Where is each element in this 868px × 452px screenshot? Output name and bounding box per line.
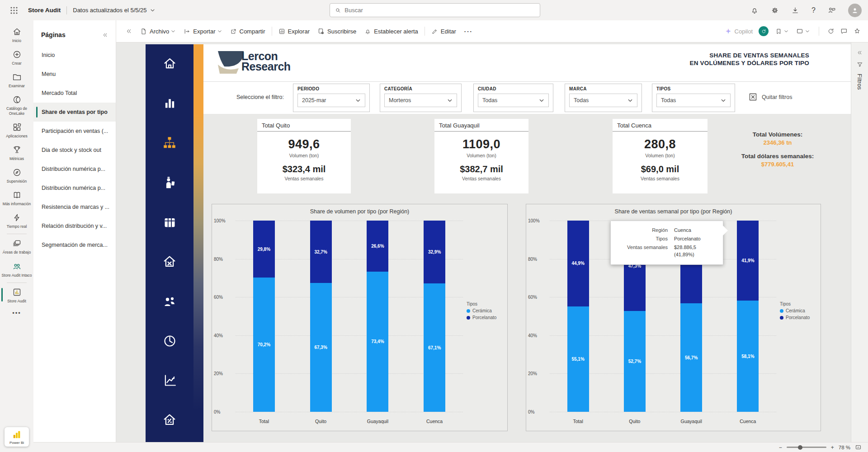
export-menu[interactable]: Exportar xyxy=(179,28,226,35)
subscribe-button[interactable]: Suscribirse xyxy=(314,28,360,35)
legend-item-porcelanato[interactable]: Porcelanato xyxy=(467,315,502,320)
bar-segment-total-cerámica[interactable]: 55,1% xyxy=(567,306,589,412)
bar-segment-cuenca-cerámica[interactable]: 58,1% xyxy=(737,301,759,412)
filter-categoria-dropdown[interactable]: Morteros xyxy=(384,94,457,107)
sidebar-item-aplicaciones[interactable]: Aplicaciones xyxy=(0,119,33,142)
file-menu[interactable]: Archivo xyxy=(136,28,179,35)
page-item-inicio[interactable]: Inicio xyxy=(33,46,116,65)
nav-gauge-icon[interactable] xyxy=(162,334,177,348)
kpi-card-quito[interactable]: Total Quito 949,6 Volumen (ton) $323,4 m… xyxy=(257,119,351,193)
filter-marca-dropdown[interactable]: Todas xyxy=(569,94,637,107)
zoom-slider-handle[interactable] xyxy=(798,445,802,450)
favorite-star-icon[interactable] xyxy=(854,28,861,35)
nav-workers-icon[interactable] xyxy=(162,294,177,309)
page-item-mercado-total[interactable]: Mercado Total xyxy=(33,84,116,103)
waffle-menu-icon[interactable] xyxy=(10,6,18,14)
fit-to-page-icon[interactable] xyxy=(855,444,862,451)
user-avatar[interactable] xyxy=(848,4,862,17)
explore-button[interactable]: Explorar xyxy=(274,28,314,35)
sidebar-item-areas-de-trabajo[interactable]: Áreas de trabajo xyxy=(0,235,33,258)
sidebar-item-store-audit-intaco[interactable]: Store Audit Intaco xyxy=(0,259,33,281)
collapse-panel-icon[interactable] xyxy=(102,32,108,38)
expand-filters-icon[interactable] xyxy=(857,50,863,56)
settings-gear-icon[interactable] xyxy=(771,6,779,14)
nav-home-icon[interactable] xyxy=(162,56,177,71)
view-menu[interactable] xyxy=(795,28,811,35)
page-item-distribucion-numerica-1[interactable]: Distribución numérica p... xyxy=(33,160,116,179)
bookmarks-menu[interactable] xyxy=(774,28,789,35)
more-options-icon[interactable]: ··· xyxy=(460,28,477,35)
funnel-icon[interactable] xyxy=(857,61,863,68)
nav-house-percent-icon[interactable] xyxy=(162,412,177,428)
nav-surveyor-icon[interactable] xyxy=(162,175,177,191)
share-button[interactable]: Compartir xyxy=(226,28,269,35)
dataset-status-label: Datos actualizados el 5/5/25 xyxy=(73,7,146,14)
notifications-icon[interactable] xyxy=(750,6,759,14)
download-icon[interactable] xyxy=(791,6,799,14)
bar-segment-quito-cerámica[interactable]: 67,3% xyxy=(310,283,332,412)
refresh-visuals-button[interactable] xyxy=(759,26,769,36)
sidebar-item-examinar[interactable]: Examinar xyxy=(0,69,33,92)
feedback-icon[interactable] xyxy=(828,6,836,14)
nav-hierarchy-icon[interactable] xyxy=(161,135,178,151)
page-item-resistencia-de-marcas[interactable]: Resistencia de marcas y ... xyxy=(33,198,116,217)
set-alert-button[interactable]: Establecer alerta xyxy=(360,28,422,35)
export-icon xyxy=(184,28,190,35)
app-title[interactable]: Store Audit xyxy=(28,7,61,14)
filter-tipos-dropdown[interactable]: Todas xyxy=(656,94,731,107)
dataset-status-dropdown[interactable]: Datos actualizados el 5/5/25 xyxy=(73,7,155,14)
nav-house-tools-icon[interactable] xyxy=(162,254,177,269)
nav-table-icon[interactable] xyxy=(162,215,177,230)
power-bi-app-card[interactable]: Power Bi xyxy=(5,427,29,447)
sidebar-item-mas-informacion[interactable]: Más información xyxy=(0,187,33,210)
edit-button[interactable]: Editar xyxy=(427,28,460,35)
sidebar-item-crear[interactable]: Crear xyxy=(0,47,33,69)
comments-icon[interactable] xyxy=(840,28,848,35)
bar-segment-total-porcelanato[interactable]: 44,9% xyxy=(567,221,589,306)
page-item-participacion-en-ventas[interactable]: Participación en ventas (... xyxy=(33,122,116,141)
nav-bar-chart-icon[interactable] xyxy=(162,95,177,110)
search-box[interactable] xyxy=(330,3,540,17)
legend-item-cerámica[interactable]: Cerámica xyxy=(780,308,815,313)
sidebar-item-supervision[interactable]: Supervisión xyxy=(0,165,33,187)
page-item-menu[interactable]: Menu xyxy=(33,65,116,84)
nav-line-chart-icon[interactable] xyxy=(162,373,177,388)
sidebar-item-catalogo-onelake[interactable]: Catálogo de OneLake xyxy=(0,92,33,119)
bar-segment-cuenca-porcelanato[interactable]: 41,9% xyxy=(737,221,759,301)
legend-item-porcelanato[interactable]: Porcelanato xyxy=(780,315,815,320)
bar-segment-quito-porcelanato[interactable]: 32,7% xyxy=(310,221,332,283)
page-item-distribucion-numerica-2[interactable]: Distribución numérica p... xyxy=(33,179,116,198)
page-item-share-de-ventas-por-tipo[interactable]: Share de ventas por tipo xyxy=(33,103,116,122)
sidebar-more-icon[interactable]: ••• xyxy=(0,307,33,319)
chart-tooltip: RegiónCuenca TiposPorcelanato Ventas sem… xyxy=(610,221,723,265)
zoom-out-button[interactable]: − xyxy=(779,444,782,451)
sidebar-item-metricas[interactable]: Métricas xyxy=(0,142,33,165)
legend-item-cerámica[interactable]: Cerámica xyxy=(467,308,502,313)
search-input[interactable] xyxy=(344,7,535,14)
sidebar-item-store-audit[interactable]: Store Audit xyxy=(0,284,33,307)
filter-ciudad-dropdown[interactable]: Todas xyxy=(478,94,549,107)
filter-periodo-dropdown[interactable]: 2025-mar xyxy=(297,94,365,107)
bar-segment-guayaquil-porcelanato[interactable]: 26,6% xyxy=(367,221,388,272)
page-item-relacion-distribucion[interactable]: Relación distribución y v... xyxy=(33,217,116,235)
kpi-card-guayaquil[interactable]: Total Guayaquil 1109,0 Volumen (ton) $38… xyxy=(434,119,528,193)
bar-segment-total-porcelanato[interactable]: 29,8% xyxy=(253,221,275,278)
bar-segment-guayaquil-cerámica[interactable]: 56,7% xyxy=(680,303,702,412)
sidebar-item-inicio[interactable]: Inicio xyxy=(0,24,33,47)
kpi-card-cuenca[interactable]: Total Cuenca 280,8 Volumen (ton) $69,0 m… xyxy=(613,119,708,193)
page-item-segmentacion-de-mercado[interactable]: Segmentación de merca... xyxy=(33,235,116,254)
refresh-icon[interactable] xyxy=(827,28,835,35)
sidebar-item-tiempo-real[interactable]: Tiempo real xyxy=(0,210,33,232)
zoom-slider[interactable] xyxy=(787,447,826,448)
clear-filters-button[interactable]: Quitar filtros xyxy=(748,92,792,102)
collapse-pages-icon[interactable] xyxy=(122,28,136,34)
bar-segment-guayaquil-cerámica[interactable]: 73,4% xyxy=(367,272,388,412)
page-item-dia-de-stock[interactable]: Dia de stock y stock out xyxy=(33,141,116,160)
bar-segment-total-cerámica[interactable]: 70,2% xyxy=(253,278,275,412)
help-icon[interactable]: ? xyxy=(811,6,816,14)
bar-segment-cuenca-porcelanato[interactable]: 32,9% xyxy=(424,221,445,283)
copilot-button[interactable]: Copilot xyxy=(725,28,753,35)
zoom-in-button[interactable]: + xyxy=(831,444,834,451)
bar-segment-quito-cerámica[interactable]: 52,7% xyxy=(624,311,646,412)
bar-segment-cuenca-cerámica[interactable]: 67,1% xyxy=(424,283,445,412)
